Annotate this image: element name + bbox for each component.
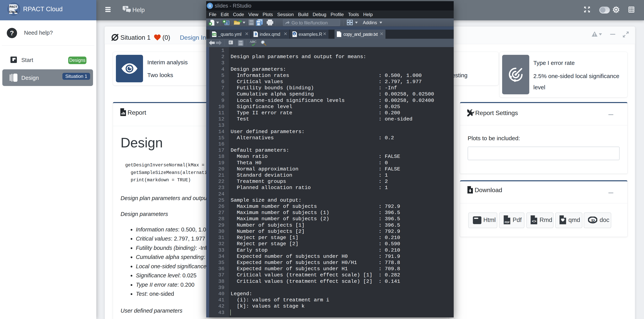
svg-text:R: R (591, 218, 595, 224)
svg-text:PACT: PACT (10, 5, 17, 8)
svg-text:R: R (294, 32, 296, 35)
svg-text:Cloud: Cloud (9, 10, 18, 13)
svg-text:<>: <> (532, 219, 536, 223)
svg-text:R: R (226, 22, 228, 25)
svg-text:YML: YML (212, 33, 217, 36)
svg-text:PDF: PDF (505, 221, 510, 224)
